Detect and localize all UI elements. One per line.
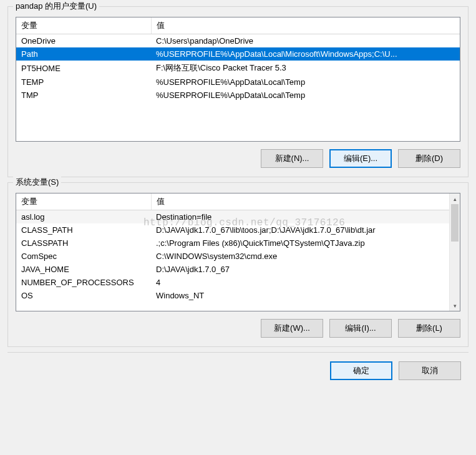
var-name: CLASS_PATH bbox=[16, 223, 151, 237]
user-button-row: 新建(N)... 编辑(E)... 删除(D) bbox=[16, 149, 460, 168]
sys-delete-button[interactable]: 删除(L) bbox=[398, 319, 460, 338]
system-variables-fieldset: 系统变量(S) 变量 值 asl.log Destination=file CL… bbox=[7, 182, 469, 347]
var-name: OneDrive bbox=[16, 34, 151, 48]
system-variables-table[interactable]: 变量 值 asl.log Destination=file CLASS_PATH… bbox=[16, 193, 460, 302]
var-value: C:\Users\pandap\OneDrive bbox=[151, 34, 460, 48]
sys-col-variable[interactable]: 变量 bbox=[16, 193, 151, 210]
table-row[interactable]: JAVA_HOME D:\JAVA\jdk1.7.0_67 bbox=[16, 263, 460, 276]
var-value: D:\JAVA\jdk1.7.0_67\lib\toos.jar;D:\JAVA… bbox=[151, 223, 460, 237]
var-name: JAVA_HOME bbox=[16, 263, 151, 276]
user-col-value[interactable]: 值 bbox=[151, 17, 460, 34]
var-value: Windows_NT bbox=[151, 289, 460, 302]
table-row[interactable]: CLASSPATH .;c:\Program Files (x86)\Quick… bbox=[16, 237, 460, 250]
system-button-row: 新建(W)... 编辑(I)... 删除(L) bbox=[16, 319, 460, 338]
var-value: D:\JAVA\jdk1.7.0_67 bbox=[151, 263, 460, 276]
dialog-button-row: 确定 取消 bbox=[7, 352, 469, 380]
scroll-down-icon[interactable]: ▾ bbox=[450, 300, 460, 311]
scroll-thumb[interactable] bbox=[451, 204, 459, 242]
table-row[interactable]: TEMP %USERPROFILE%\AppData\Local\Temp bbox=[16, 76, 460, 89]
table-row[interactable]: OneDrive C:\Users\pandap\OneDrive bbox=[16, 34, 460, 48]
user-variables-fieldset: pandap 的用户变量(U) 变量 值 OneDrive C:\Users\p… bbox=[7, 6, 469, 177]
system-scrollbar[interactable]: ▴ ▾ bbox=[449, 193, 460, 311]
environment-variables-dialog: pandap 的用户变量(U) 变量 值 OneDrive C:\Users\p… bbox=[0, 0, 476, 388]
table-row[interactable]: PT5HOME F:\网络互联\Cisco Packet Tracer 5.3 bbox=[16, 61, 460, 76]
system-variables-label: 系统变量(S) bbox=[13, 177, 61, 188]
var-value: Destination=file bbox=[151, 210, 460, 224]
table-row[interactable]: NUMBER_OF_PROCESSORS 4 bbox=[16, 276, 460, 289]
table-row[interactable]: TMP %USERPROFILE%\AppData\Local\Temp bbox=[16, 89, 460, 102]
scroll-up-icon[interactable]: ▴ bbox=[450, 193, 460, 204]
table-row[interactable]: asl.log Destination=file bbox=[16, 210, 460, 224]
var-name: TEMP bbox=[16, 76, 151, 89]
var-value: C:\WINDOWS\system32\cmd.exe bbox=[151, 250, 460, 263]
sys-new-button[interactable]: 新建(W)... bbox=[261, 319, 323, 338]
var-value: %USERPROFILE%\AppData\Local\Microsoft\Wi… bbox=[151, 47, 460, 61]
user-edit-button[interactable]: 编辑(E)... bbox=[329, 149, 392, 168]
user-new-button[interactable]: 新建(N)... bbox=[261, 149, 323, 168]
user-variables-label: pandap 的用户变量(U) bbox=[13, 1, 99, 12]
var-name: PT5HOME bbox=[16, 61, 151, 76]
var-name: OS bbox=[16, 289, 151, 302]
sys-col-value[interactable]: 值 bbox=[151, 193, 460, 210]
table-row[interactable]: OS Windows_NT bbox=[16, 289, 460, 302]
user-variables-table[interactable]: 变量 值 OneDrive C:\Users\pandap\OneDrive P… bbox=[16, 17, 460, 102]
var-name: Path bbox=[16, 47, 151, 61]
user-delete-button[interactable]: 删除(D) bbox=[398, 149, 460, 168]
ok-button[interactable]: 确定 bbox=[330, 361, 392, 380]
var-value: %USERPROFILE%\AppData\Local\Temp bbox=[151, 76, 460, 89]
var-value: .;c:\Program Files (x86)\QuickTime\QTSys… bbox=[151, 237, 460, 250]
var-value: 4 bbox=[151, 276, 460, 289]
var-value: %USERPROFILE%\AppData\Local\Temp bbox=[151, 89, 460, 102]
user-variables-table-wrap: 变量 值 OneDrive C:\Users\pandap\OneDrive P… bbox=[16, 17, 460, 142]
var-name: asl.log bbox=[16, 210, 151, 224]
var-name: ComSpec bbox=[16, 250, 151, 263]
system-variables-table-wrap: 变量 值 asl.log Destination=file CLASS_PATH… bbox=[16, 193, 460, 311]
sys-edit-button[interactable]: 编辑(I)... bbox=[329, 319, 392, 338]
table-row[interactable]: ComSpec C:\WINDOWS\system32\cmd.exe bbox=[16, 250, 460, 263]
user-col-variable[interactable]: 变量 bbox=[16, 17, 151, 34]
cancel-button[interactable]: 取消 bbox=[399, 361, 461, 380]
var-name: TMP bbox=[16, 89, 151, 102]
var-name: NUMBER_OF_PROCESSORS bbox=[16, 276, 151, 289]
table-row[interactable]: CLASS_PATH D:\JAVA\jdk1.7.0_67\lib\toos.… bbox=[16, 223, 460, 237]
var-value: F:\网络互联\Cisco Packet Tracer 5.3 bbox=[151, 61, 460, 76]
table-row[interactable]: Path %USERPROFILE%\AppData\Local\Microso… bbox=[16, 47, 460, 61]
var-name: CLASSPATH bbox=[16, 237, 151, 250]
